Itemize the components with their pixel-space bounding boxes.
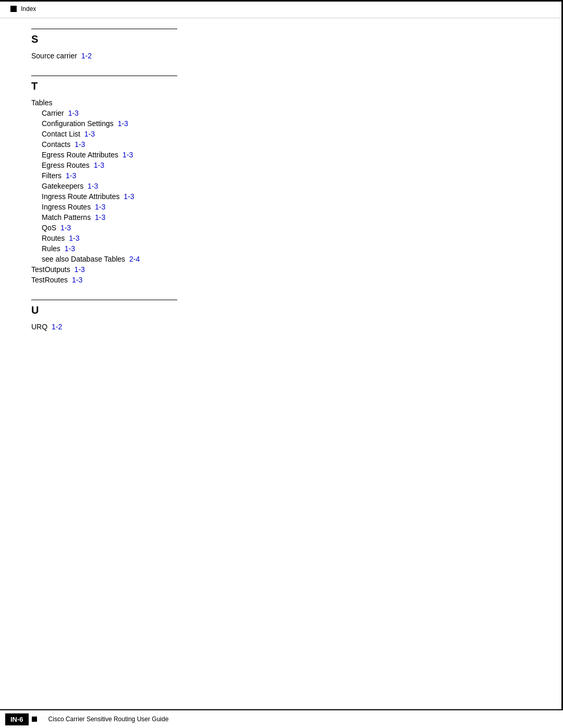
- entry-ingress-route-attributes-label: Ingress Route Attributes: [42, 192, 119, 201]
- footer-page-badge: IN-6: [5, 713, 29, 725]
- section-u-letter: U: [31, 304, 532, 316]
- entry-contact-list: Contact List 1-3: [42, 130, 532, 138]
- entry-testroutes: TestRoutes 1-3: [31, 276, 532, 284]
- entry-carrier: Carrier 1-3: [42, 109, 532, 117]
- entry-rules: Rules 1-3: [42, 244, 532, 253]
- entry-egress-route-attributes: Egress Route Attributes 1-3: [42, 151, 532, 159]
- entry-egress-routes-link[interactable]: 1-3: [94, 161, 104, 169]
- section-s-divider: [31, 29, 177, 29]
- entry-egress-routes-label: Egress Routes: [42, 161, 90, 169]
- entry-ingress-routes-label: Ingress Routes: [42, 203, 91, 211]
- top-border: [0, 0, 563, 2]
- entry-rules-label: Rules: [42, 244, 60, 253]
- entry-gatekeepers-link[interactable]: 1-3: [88, 182, 98, 190]
- section-t: T Tables Carrier 1-3 Configuration Setti…: [31, 76, 532, 284]
- tables-group-label: Tables: [31, 98, 532, 107]
- entry-qos: QoS 1-3: [42, 224, 532, 232]
- entry-carrier-link[interactable]: 1-3: [68, 109, 79, 117]
- entry-gatekeepers: Gatekeepers 1-3: [42, 182, 532, 190]
- entry-testoutputs-label: TestOutputs: [31, 265, 70, 274]
- footer-title: Cisco Carrier Sensitive Routing User Gui…: [48, 715, 169, 723]
- section-u: U URQ 1-2: [31, 300, 532, 331]
- entry-contacts-link[interactable]: 1-3: [75, 140, 85, 149]
- entry-ingress-route-attributes-link[interactable]: 1-3: [124, 192, 134, 201]
- entry-configuration-settings-link[interactable]: 1-3: [118, 119, 128, 128]
- entry-ingress-routes-link[interactable]: 1-3: [95, 203, 105, 211]
- header-index-label: Index: [21, 5, 36, 13]
- entry-ingress-route-attributes: Ingress Route Attributes 1-3: [42, 192, 532, 201]
- entry-routes: Routes 1-3: [42, 234, 532, 242]
- entry-source-carrier-link[interactable]: 1-2: [81, 52, 92, 60]
- entry-testroutes-label: TestRoutes: [31, 276, 68, 284]
- entry-see-also-database-tables-label: see also Database Tables: [42, 255, 125, 263]
- section-s: S Source carrier 1-2: [31, 29, 532, 60]
- header-bar: Index: [0, 0, 563, 18]
- entry-contact-list-label: Contact List: [42, 130, 80, 138]
- main-content: S Source carrier 1-2 T Tables Carrier 1-…: [0, 18, 563, 388]
- entry-contacts: Contacts 1-3: [42, 140, 532, 149]
- entry-gatekeepers-label: Gatekeepers: [42, 182, 83, 190]
- header-square-icon: [10, 6, 17, 12]
- entry-testroutes-link[interactable]: 1-3: [72, 276, 82, 284]
- section-s-letter: S: [31, 33, 532, 45]
- entry-configuration-settings-label: Configuration Settings: [42, 119, 114, 128]
- entry-urq: URQ 1-2: [31, 323, 532, 331]
- entry-filters-link[interactable]: 1-3: [66, 171, 76, 180]
- entry-match-patterns-link[interactable]: 1-3: [95, 213, 105, 221]
- entry-filters: Filters 1-3: [42, 171, 532, 180]
- entry-testoutputs: TestOutputs 1-3: [31, 265, 532, 274]
- entry-source-carrier-label: Source carrier: [31, 52, 77, 60]
- entry-routes-link[interactable]: 1-3: [69, 234, 79, 242]
- section-u-divider: [31, 300, 177, 300]
- section-t-letter: T: [31, 80, 532, 92]
- entry-ingress-routes: Ingress Routes 1-3: [42, 203, 532, 211]
- entry-source-carrier: Source carrier 1-2: [31, 52, 532, 60]
- page-container: Index S Source carrier 1-2 T Tables Carr…: [0, 0, 563, 728]
- entry-qos-label: QoS: [42, 224, 56, 232]
- entry-match-patterns: Match Patterns 1-3: [42, 213, 532, 221]
- entry-contacts-label: Contacts: [42, 140, 70, 149]
- footer-square-icon: [32, 717, 37, 722]
- footer: IN-6 Cisco Carrier Sensitive Routing Use…: [0, 709, 563, 728]
- entry-routes-label: Routes: [42, 234, 65, 242]
- entry-match-patterns-label: Match Patterns: [42, 213, 91, 221]
- entry-urq-label: URQ: [31, 323, 47, 331]
- entry-egress-routes: Egress Routes 1-3: [42, 161, 532, 169]
- entry-filters-label: Filters: [42, 171, 62, 180]
- entry-urq-link[interactable]: 1-2: [52, 323, 62, 331]
- entry-qos-link[interactable]: 1-3: [60, 224, 71, 232]
- entry-see-also-database-tables: see also Database Tables 2-4: [42, 255, 532, 263]
- entry-egress-route-attributes-link[interactable]: 1-3: [123, 151, 133, 159]
- entry-carrier-label: Carrier: [42, 109, 64, 117]
- entry-testoutputs-link[interactable]: 1-3: [75, 265, 85, 274]
- section-t-divider: [31, 76, 177, 76]
- entry-rules-link[interactable]: 1-3: [65, 244, 75, 253]
- entry-see-also-database-tables-link[interactable]: 2-4: [129, 255, 140, 263]
- entry-egress-route-attributes-label: Egress Route Attributes: [42, 151, 118, 159]
- entry-contact-list-link[interactable]: 1-3: [84, 130, 95, 138]
- entry-configuration-settings: Configuration Settings 1-3: [42, 119, 532, 128]
